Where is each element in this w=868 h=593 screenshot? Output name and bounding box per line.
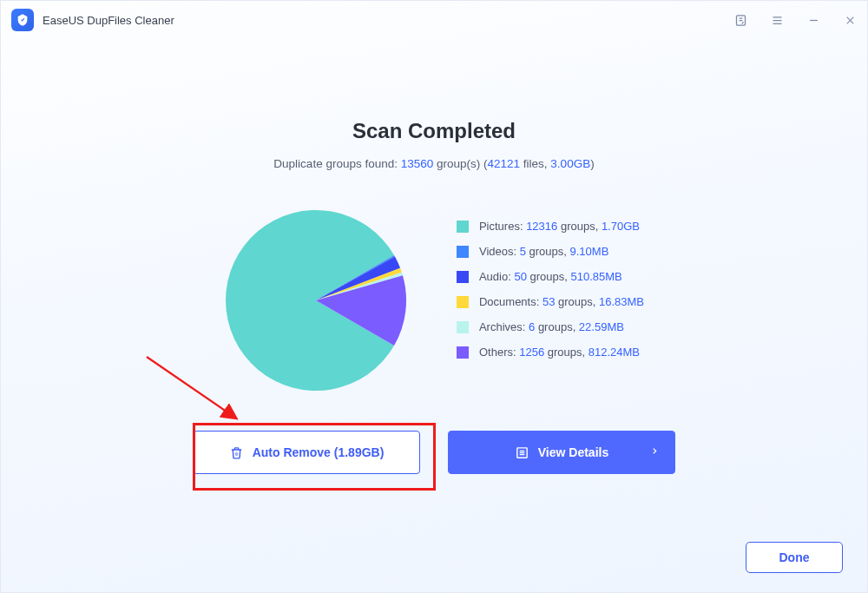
legend-swatch-others	[457, 346, 469, 359]
legend-swatch-pictures	[457, 221, 469, 233]
summary-tail: )	[590, 157, 595, 170]
main-content: Scan Completed Duplicate groups found: 1…	[1, 39, 867, 592]
auto-remove-button[interactable]: Auto Remove (1.89GB)	[193, 431, 420, 474]
summary-files: 42121	[488, 157, 521, 170]
minimize-icon[interactable]	[806, 13, 820, 27]
summary-groups-suffix: group(s) (	[433, 157, 487, 170]
legend-row-videos: Videos: 5 groups, 9.10MB	[457, 239, 644, 264]
done-label: Done	[779, 550, 810, 564]
content-row: Pictures: 12316 groups, 1.70GBVideos: 5 …	[1, 208, 867, 392]
legend-swatch-archives	[457, 321, 469, 333]
view-details-button[interactable]: View Details	[448, 431, 675, 474]
legend: Pictures: 12316 groups, 1.70GBVideos: 5 …	[457, 208, 644, 365]
app-window: EaseUS DupFiles Cleaner Scan Completed D…	[0, 0, 868, 593]
view-details-label: View Details	[538, 445, 608, 459]
legend-swatch-audio	[457, 271, 469, 283]
summary-size: 3.00GB	[550, 157, 590, 170]
auto-remove-label: Auto Remove (1.89GB)	[253, 445, 385, 459]
app-logo-icon	[11, 9, 34, 31]
legend-row-others: Others: 1256 groups, 812.24MB	[457, 339, 644, 365]
titlebar-controls	[733, 13, 857, 27]
summary-files-suffix: files,	[520, 157, 550, 170]
legend-text-videos: Videos: 5 groups, 9.10MB	[479, 245, 608, 258]
legend-text-pictures: Pictures: 12316 groups, 1.70GB	[479, 220, 640, 233]
legend-swatch-documents	[457, 296, 469, 308]
summary-line: Duplicate groups found: 13560 group(s) (…	[1, 157, 867, 170]
titlebar: EaseUS DupFiles Cleaner	[1, 1, 867, 39]
pie-chart	[224, 208, 408, 392]
feedback-icon[interactable]	[733, 13, 747, 27]
legend-text-archives: Archives: 6 groups, 22.59MB	[479, 320, 624, 333]
legend-row-archives: Archives: 6 groups, 22.59MB	[457, 314, 644, 339]
list-icon	[515, 445, 529, 460]
menu-icon[interactable]	[770, 13, 784, 27]
legend-row-audio: Audio: 50 groups, 510.85MB	[457, 264, 644, 289]
summary-groups: 13560	[401, 157, 434, 170]
chevron-right-icon	[650, 445, 659, 460]
page-title: Scan Completed	[1, 119, 867, 143]
summary-prefix: Duplicate groups found:	[273, 157, 400, 170]
legend-text-audio: Audio: 50 groups, 510.85MB	[479, 270, 622, 283]
legend-swatch-videos	[457, 246, 469, 258]
trash-icon	[229, 445, 244, 460]
legend-row-pictures: Pictures: 12316 groups, 1.70GB	[457, 214, 644, 239]
app-title: EaseUS DupFiles Cleaner	[43, 14, 174, 27]
legend-text-documents: Documents: 53 groups, 16.83MB	[479, 295, 644, 308]
done-button[interactable]: Done	[746, 542, 843, 573]
close-icon[interactable]	[843, 13, 857, 27]
legend-row-documents: Documents: 53 groups, 16.83MB	[457, 289, 644, 314]
buttons-row: Auto Remove (1.89GB) View Details	[1, 431, 867, 474]
legend-text-others: Others: 1256 groups, 812.24MB	[479, 346, 640, 359]
